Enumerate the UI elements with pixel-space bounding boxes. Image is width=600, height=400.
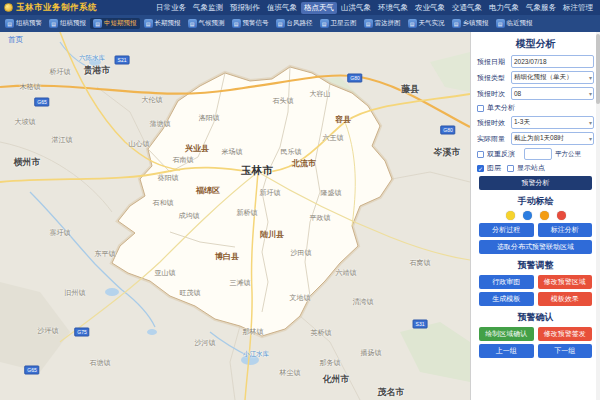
forecast-date-input[interactable]: 2023/07/18	[511, 55, 594, 68]
modify-issue-button[interactable]: 修改预警签发	[538, 327, 593, 341]
nav-item-1[interactable]: 气象监测	[190, 2, 226, 14]
document-icon: ▤	[232, 19, 241, 28]
template-effect-button[interactable]: 模板效果	[538, 292, 593, 306]
draw-color-dot-2[interactable]	[540, 211, 549, 220]
adjust-row-1: 行政审图 修改预警区域	[477, 275, 594, 289]
manual-draw-section-title: 手动标绘	[471, 195, 600, 208]
panel-scrollbar-thumb[interactable]	[596, 34, 600, 104]
nav-item-5[interactable]: 山洪气象	[338, 2, 374, 14]
toolbar-tab-9[interactable]: ▤天气实况	[405, 18, 448, 29]
road-shield-icon: G75	[74, 328, 89, 337]
validity-label: 预报时效	[477, 118, 511, 128]
adjust-row-2: 生成模板 模板效果	[477, 292, 594, 306]
app-logo-icon	[4, 3, 13, 12]
admin-review-button[interactable]: 行政审图	[479, 275, 534, 289]
analysis-buttons-row: 分析过程 标注分析	[477, 223, 594, 237]
draw-color-dot-0[interactable]	[506, 211, 515, 220]
road-shield-icon: S21	[115, 56, 130, 65]
nav-item-4[interactable]: 格点天气	[301, 2, 337, 14]
panel-scrollbar	[596, 32, 600, 400]
toolbar-tab-label: 气候预测	[199, 19, 225, 28]
breadcrumb[interactable]: 首页	[8, 35, 23, 45]
road-shield-icon: G65	[24, 366, 39, 375]
forecast-date-row: 预报日期 2023/07/18	[477, 55, 594, 68]
nav-item-9[interactable]: 电力气象	[486, 2, 522, 14]
rain-select[interactable]: 截止为前1天08时 ▾	[511, 132, 594, 145]
module-toolbar: ▤组稿预警▤组稿预报▤中短期预报▤长期预报▤气候预测▤预警信号▤台风路径▤卫星云…	[0, 15, 600, 32]
toolbar-tab-label: 台风路径	[287, 19, 313, 28]
toolbar-tab-label: 中短期预报	[104, 19, 137, 28]
app-title: 玉林市业务制作系统	[16, 2, 97, 14]
toolbar-tab-2[interactable]: ▤中短期预报	[90, 18, 140, 29]
confirm-row-2: 上一组 下一组	[477, 344, 594, 358]
modify-region-button[interactable]: 修改预警区域	[538, 275, 593, 289]
toolbar-tab-label: 雷达拼图	[375, 19, 401, 28]
validity-value: 1-3天	[514, 118, 530, 127]
forecast-type-label: 预报类型	[477, 73, 511, 83]
warning-analyze-button[interactable]: 预警分析	[479, 176, 592, 190]
toolbar-tab-1[interactable]: ▤组稿预报	[46, 18, 89, 29]
prev-group-button[interactable]: 上一组	[479, 344, 534, 358]
toolbar-tab-label: 卫星云图	[331, 19, 357, 28]
rain-label: 实际雨量	[477, 134, 511, 144]
app-logo: 玉林市业务制作系统	[4, 2, 97, 14]
confirm-draw-button[interactable]: 绘制区域确认	[479, 327, 534, 341]
toolbar-tab-5[interactable]: ▤预警信号	[229, 18, 272, 29]
generate-template-button[interactable]: 生成模板	[479, 292, 534, 306]
station-checkbox[interactable]	[507, 165, 514, 172]
toolbar-tab-0[interactable]: ▤组稿预警	[2, 18, 45, 29]
document-icon: ▤	[364, 19, 373, 28]
toolbar-tab-label: 长期预报	[155, 19, 181, 28]
toolbar-tab-4[interactable]: ▤气候预测	[185, 18, 228, 29]
forecast-time-label: 预报时次	[477, 89, 511, 99]
top-navigation-bar: 玉林市业务制作系统 日常业务气象监测预报制作值班气象格点天气山洪气象环境气象农业…	[0, 0, 600, 15]
buffer-input[interactable]	[524, 148, 552, 160]
nav-item-2[interactable]: 预报制作	[227, 2, 263, 14]
document-icon: ▤	[49, 19, 58, 28]
chevron-down-icon: ▾	[589, 135, 592, 142]
document-icon: ▤	[5, 19, 14, 28]
validity-select[interactable]: 1-3天 ▾	[511, 116, 594, 129]
next-group-button[interactable]: 下一组	[538, 344, 593, 358]
road-shield-icon: G80	[347, 74, 362, 83]
content-area: 首页	[0, 32, 600, 400]
single-day-checkbox[interactable]	[477, 105, 484, 112]
warning-adjust-section-title: 预警调整	[471, 259, 600, 272]
toolbar-tab-11[interactable]: ▤临近预报	[493, 18, 536, 29]
toolbar-tab-6[interactable]: ▤台风路径	[273, 18, 316, 29]
toolbar-tab-3[interactable]: ▤长期预报	[141, 18, 184, 29]
buffer-unit: 平方公里	[555, 150, 581, 159]
layer-label: 图层	[487, 163, 501, 173]
validity-row: 预报时效 1-3天 ▾	[477, 116, 594, 129]
map-canvas[interactable]: 首页	[0, 32, 470, 400]
chevron-down-icon: ▾	[589, 90, 592, 97]
analysis-process-button[interactable]: 分析过程	[479, 223, 534, 237]
buffer-row: 双重反演 平方公里	[477, 148, 594, 160]
linked-region-button[interactable]: 选取分布式预警联动区域	[479, 240, 592, 254]
layer-checkbox[interactable]	[477, 165, 484, 172]
analyze-row: 预警分析	[477, 176, 594, 190]
nav-item-8[interactable]: 交通气象	[449, 2, 485, 14]
buffer-checkbox[interactable]	[477, 151, 484, 158]
forecast-time-select[interactable]: 08 ▾	[511, 87, 594, 100]
toolbar-tab-7[interactable]: ▤卫星云图	[317, 18, 360, 29]
annotate-analysis-button[interactable]: 标注分析	[538, 223, 593, 237]
draw-color-dot-3[interactable]	[557, 211, 566, 220]
nav-item-6[interactable]: 环境气象	[375, 2, 411, 14]
forecast-time-value: 08	[514, 90, 521, 97]
forecast-type-select[interactable]: 精细化预报（单天） ▾	[511, 71, 594, 84]
document-icon: ▤	[408, 19, 417, 28]
toolbar-tab-label: 预警信号	[243, 19, 269, 28]
nav-item-10[interactable]: 气象服务	[523, 2, 559, 14]
nav-item-11[interactable]: 标注管理	[560, 2, 596, 14]
single-day-row: 单天分析	[477, 103, 594, 113]
nav-item-7[interactable]: 农业气象	[412, 2, 448, 14]
forecast-type-row: 预报类型 精细化预报（单天） ▾	[477, 71, 594, 84]
nav-item-0[interactable]: 日常业务	[153, 2, 189, 14]
station-label: 显示站点	[517, 163, 545, 173]
nav-item-3[interactable]: 值班气象	[264, 2, 300, 14]
draw-color-dot-1[interactable]	[523, 211, 532, 220]
toolbar-tab-8[interactable]: ▤雷达拼图	[361, 18, 404, 29]
forecast-date-label: 预报日期	[477, 57, 511, 67]
toolbar-tab-10[interactable]: ▤乡镇预报	[449, 18, 492, 29]
